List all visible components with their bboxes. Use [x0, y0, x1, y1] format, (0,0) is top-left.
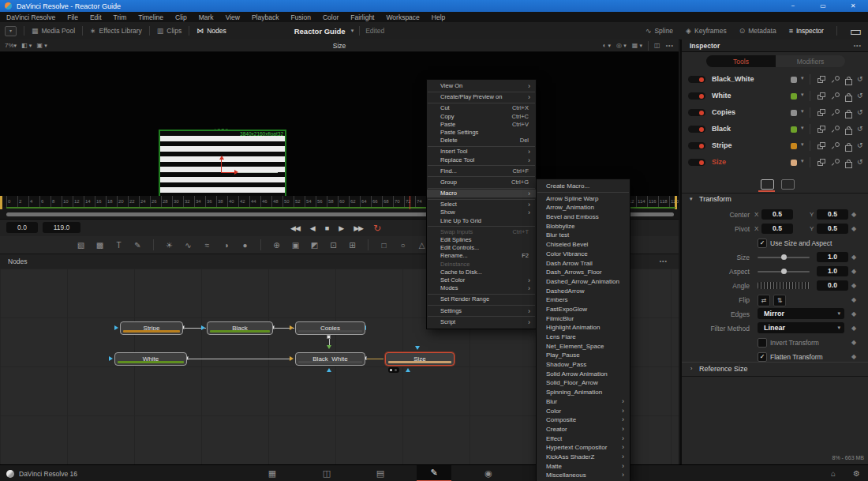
menu-help[interactable]: Help — [432, 13, 445, 21]
menu-workspace[interactable]: Workspace — [386, 13, 419, 21]
menu-file[interactable]: File — [67, 13, 78, 21]
menu-mark[interactable]: Mark — [199, 13, 214, 21]
context-menu-item-paste-settings[interactable]: Paste Settings — [427, 129, 536, 137]
keyframe-icon[interactable]: ◆ — [851, 353, 856, 360]
controls-tab-icon[interactable] — [761, 179, 774, 190]
reset-icon[interactable]: ↺ — [857, 126, 863, 133]
aspect-slider[interactable] — [758, 271, 810, 272]
context-menu-item-edit-controls-[interactable]: Edit Controls... — [427, 244, 536, 252]
use-size-aspect-checkbox[interactable]: ✓ — [758, 239, 767, 248]
context-menu-item-edit-splines[interactable]: Edit Splines — [427, 236, 536, 244]
background-icon[interactable]: ▩ — [94, 241, 106, 250]
macro-item-shadow-pass[interactable]: Shadow_Pass — [537, 360, 630, 370]
pin-icon[interactable] — [832, 126, 839, 133]
gear-icon[interactable]: ⚙ — [853, 469, 860, 478]
node-input-port[interactable] — [109, 356, 113, 361]
panel-button-keyframes[interactable]: ◈Keyframes — [686, 27, 727, 35]
tab-tools[interactable]: Tools — [706, 55, 776, 67]
context-menu-item-view-on[interactable]: View On› — [427, 82, 536, 90]
menu-trim[interactable]: Trim — [114, 13, 127, 21]
node-mask-port[interactable] — [415, 346, 420, 350]
context-menu-item-show[interactable]: Show› — [427, 209, 536, 216]
macro-item-bevel-and-emboss[interactable]: Bevel and Emboss — [537, 212, 630, 222]
lock-icon[interactable] — [845, 79, 852, 85]
panel-button-spline[interactable]: ∿Spline — [645, 27, 673, 35]
angle-thumbwheel[interactable] — [758, 282, 810, 289]
macro-item-solid-floor-arrow[interactable]: Solid_Floor_Arrow — [537, 378, 630, 388]
versions-icon[interactable] — [817, 92, 824, 99]
versions-icon[interactable] — [817, 159, 824, 165]
tool-enable-toggle[interactable] — [688, 92, 705, 100]
viewer-channel-icon[interactable]: ◐ ▾ — [602, 42, 611, 49]
settings-tab-icon[interactable] — [781, 179, 795, 190]
minimize-button[interactable]: − — [778, 0, 808, 12]
pin-icon[interactable] — [832, 109, 839, 116]
flip-vertical-button[interactable]: ⇅ — [773, 295, 786, 306]
menu-timeline[interactable]: Timeline — [138, 13, 163, 21]
context-menu-item-copy[interactable]: CopyCtrl+C — [427, 113, 536, 121]
merge-icon[interactable]: ⊕ — [271, 241, 282, 250]
tool-enable-toggle[interactable] — [688, 159, 705, 166]
lock-icon[interactable] — [845, 112, 852, 118]
range-end-field[interactable]: 119.0 — [43, 222, 80, 233]
keyframe-icon[interactable]: ◆ — [851, 225, 856, 232]
macro-item-creator[interactable]: Creator› — [537, 425, 630, 434]
color-page-button[interactable]: ◉ — [471, 465, 506, 481]
versions-icon[interactable] — [817, 142, 824, 148]
context-menu-item-cache-to-disk-[interactable]: Cache to Disk... — [427, 269, 536, 276]
reset-icon[interactable]: ↺ — [857, 142, 863, 149]
macro-item-net-element-space[interactable]: Net_Element_Space — [537, 342, 630, 351]
macro-item-color[interactable]: Color› — [537, 407, 630, 416]
context-menu-item-script[interactable]: Script› — [427, 318, 536, 326]
macro-item-play-pause[interactable]: Play_Pause — [537, 351, 630, 360]
keyframe-icon[interactable]: ◆ — [851, 268, 856, 275]
node-black[interactable]: Black — [207, 321, 273, 335]
menu-view[interactable]: View — [226, 13, 240, 21]
panel-button-metadata[interactable]: ⊙Metadata — [739, 27, 776, 35]
panel-button-inspector[interactable]: ≡Inspector — [789, 27, 824, 35]
stop-button[interactable]: ■ — [325, 224, 328, 232]
edges-dropdown[interactable]: Mirror ▾ — [758, 308, 844, 319]
macro-item-blur-test[interactable]: Blur test — [537, 231, 630, 240]
center-y-field[interactable]: 0.5 — [817, 209, 848, 220]
menu-fairlight[interactable]: Fairlight — [350, 13, 374, 21]
size-slider[interactable] — [758, 257, 810, 258]
matte-control-icon[interactable]: ◩ — [309, 241, 320, 250]
paint-icon[interactable]: ✎ — [132, 241, 144, 250]
transform-icon[interactable]: ⊞ — [346, 241, 358, 250]
size-field[interactable]: 1.0 — [817, 252, 848, 262]
keyframe-icon[interactable]: ◆ — [851, 254, 856, 261]
node-view-indicator[interactable] — [388, 367, 399, 373]
playhead[interactable] — [410, 196, 410, 209]
gizmo-y-axis[interactable] — [221, 160, 222, 173]
brightness-contrast-icon[interactable]: ◑ — [220, 241, 232, 250]
close-button[interactable]: ✕ — [838, 0, 868, 12]
viewer-options-menu[interactable]: ••• — [666, 43, 674, 48]
invert-transform-checkbox[interactable] — [758, 338, 767, 348]
home-icon[interactable]: ⌂ — [831, 469, 836, 478]
center-x-field[interactable]: 0.5 — [761, 209, 793, 220]
context-menu-item-cut[interactable]: CutCtrl+X — [427, 104, 536, 112]
context-menu-item-set-color[interactable]: Set Color› — [427, 276, 536, 284]
menu-edit[interactable]: Edit — [90, 13, 102, 21]
macro-item-solid-arrow-animation[interactable]: Solid Arrow Animation — [537, 370, 630, 379]
versions-icon[interactable] — [817, 126, 824, 132]
render-range-start-marker[interactable] — [0, 196, 2, 209]
macro-item-dashed-arrow-animation[interactable]: Dashed_Arrow_Animation — [537, 277, 630, 287]
chevron-down-icon[interactable]: ▾ — [801, 92, 804, 98]
filter-method-dropdown[interactable]: Linear ▾ — [758, 322, 844, 333]
tool-color-swatch[interactable] — [791, 126, 797, 133]
dual-screen-icon[interactable]: ▭ — [850, 24, 862, 39]
menu-color[interactable]: Color — [323, 13, 339, 21]
loop-button[interactable]: ↻ — [373, 223, 381, 234]
macro-item-highlight-animation[interactable]: Highlight Animation — [537, 323, 630, 333]
tool-enable-toggle[interactable] — [688, 126, 705, 133]
macro-item-fastexpoglow[interactable]: FastExpoGlow — [537, 305, 630, 314]
reference-size-section[interactable]: › Reference Size — [682, 362, 868, 377]
node-input-port[interactable] — [201, 325, 205, 330]
macro-item-blobbylize[interactable]: Blobbylize — [537, 222, 630, 231]
lock-icon[interactable] — [845, 129, 852, 135]
node-size[interactable]: Size — [385, 352, 455, 366]
chevron-down-icon[interactable]: ▾ — [801, 158, 804, 164]
gizmo-x-axis[interactable] — [221, 172, 235, 173]
